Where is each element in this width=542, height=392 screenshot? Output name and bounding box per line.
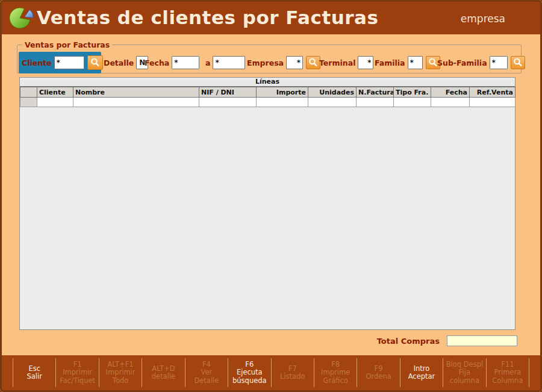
- lines-table: ClienteNombreNIF / DNIImporteUnidadesN.F…: [20, 87, 516, 107]
- sub-familia-search-button[interactable]: [511, 56, 525, 69]
- toolbar-button-f7[interactable]: F7Listado: [271, 358, 314, 387]
- toolbar-button-label: Ejecuta: [237, 369, 263, 377]
- toolbar-button-label: Imprimir: [106, 369, 136, 377]
- toolbar-button-label: F4: [202, 361, 211, 369]
- toolbar-button-alt-d[interactable]: ALT+Ddetalle: [142, 358, 184, 387]
- detalle-filter-group: Detalle: [104, 56, 148, 69]
- table-cell: [394, 98, 431, 107]
- total-compras-input[interactable]: [447, 335, 517, 346]
- sub-familia-input[interactable]: [490, 56, 508, 69]
- column-header-nif-dni: NIF / DNI: [199, 87, 257, 98]
- detalle-label: Detalle: [104, 58, 134, 67]
- toolbar-button-intro[interactable]: IntroAceptar: [400, 358, 443, 387]
- column-header-ref-venta: Ref.Venta: [470, 87, 516, 98]
- toolbar-button-f4[interactable]: F4VerDetalle: [185, 358, 228, 387]
- terminal-input[interactable]: [358, 56, 373, 69]
- cliente-input[interactable]: [54, 56, 84, 69]
- toolbar-button-label: Todo: [113, 377, 128, 385]
- column-header-n-factura: N.Factura: [357, 87, 394, 98]
- company-name: empresa: [461, 13, 505, 25]
- toolbar-button-label: Primera: [494, 369, 521, 377]
- toolbar-button-label: detalle: [152, 373, 175, 381]
- column-header-importe: Importe: [257, 87, 308, 98]
- search-icon: [428, 58, 438, 67]
- table-cell: [257, 98, 308, 107]
- sub-familia-label: Sub-Familia: [437, 58, 487, 67]
- toolbar-button-label: columna: [450, 377, 479, 385]
- fecha-desde-label: Fecha: [145, 58, 169, 67]
- column-header-nombre: Nombre: [73, 87, 199, 98]
- column-header-cliente: Cliente: [37, 87, 73, 98]
- lines-table-panel: Líneas ClienteNombreNIF / DNIImporteUnid…: [19, 77, 516, 330]
- toolbar-button-esc[interactable]: EscSalir: [13, 358, 55, 387]
- fecha-hasta-label: a: [205, 58, 210, 67]
- toolbar-button-label: Fija: [459, 369, 470, 377]
- search-icon: [308, 58, 318, 67]
- toolbar-button-f8[interactable]: F8ImprimeGráfico: [314, 358, 357, 387]
- column-header-fecha: Fecha: [431, 87, 470, 98]
- fecha-desde-input[interactable]: [172, 56, 199, 69]
- empresa-label: Empresa: [247, 58, 284, 67]
- toolbar-button-label: Aceptar: [408, 373, 435, 381]
- toolbar-button-label: Imprime: [321, 369, 350, 377]
- toolbar-button-label: F7: [288, 365, 297, 373]
- toolbar-button-label: Listado: [280, 373, 305, 381]
- toolbar-button-label: F1: [73, 361, 82, 369]
- toolbar-button-label: Imprimir: [63, 369, 92, 377]
- familia-input[interactable]: [408, 56, 423, 69]
- table-cell: [199, 98, 257, 107]
- row-selector-cell: [20, 98, 37, 107]
- toolbar-button-f11[interactable]: F11PrimeraColumna: [486, 358, 529, 387]
- toolbar-button-label: ALT+F1: [107, 361, 133, 369]
- toolbar-button-label: Esc: [28, 365, 40, 373]
- table-caption: Líneas: [20, 78, 515, 87]
- table-header-row: ClienteNombreNIF / DNIImporteUnidadesN.F…: [20, 87, 516, 98]
- pie-chart-logo-icon: [8, 5, 35, 31]
- toolbar-button-f6[interactable]: F6Ejecutabúsqueda: [228, 358, 270, 387]
- empresa-filter-group: Empresa: [247, 56, 320, 69]
- fecha-hasta-filter-group: a: [205, 56, 245, 69]
- terminal-label: Terminal: [319, 58, 355, 67]
- toolbar-button-f1[interactable]: F1ImprimirFac/Tiquet: [55, 358, 98, 387]
- fecha-desde-filter-group: Fecha: [145, 56, 199, 69]
- familia-filter-group: Familia: [375, 56, 440, 69]
- empresa-input[interactable]: [286, 56, 303, 69]
- fecha-hasta-input[interactable]: [213, 56, 245, 69]
- sub-familia-filter-group: Sub-Familia: [437, 56, 525, 69]
- toolbar-button-label: Fac/Tiquet: [60, 377, 95, 385]
- toolbar-button-label: Ver: [201, 369, 213, 377]
- toolbar-button-alt-f1[interactable]: ALT+F1ImprimirTodo: [99, 358, 142, 387]
- empresa-search-button[interactable]: [306, 56, 320, 69]
- toolbar-button-f9[interactable]: F9Ordena: [357, 358, 399, 387]
- toolbar-button-label: Gráfico: [323, 377, 348, 385]
- cliente-search-button[interactable]: [87, 55, 103, 70]
- toolbar-button-label: búsqueda: [232, 377, 267, 385]
- filters-legend: Ventas por Facturas: [22, 40, 112, 49]
- toolbar-button-label: Bloq Despl: [446, 361, 484, 369]
- cliente-filter-group: Cliente: [22, 56, 103, 69]
- table-cell: [357, 98, 394, 107]
- toolbar-button-bloq-despl[interactable]: Bloq DesplFijacolumna: [443, 358, 485, 387]
- toolbar-button-label: ALT+D: [152, 365, 175, 373]
- table-cell: [431, 98, 470, 107]
- column-header-unidades: Unidades: [308, 87, 357, 98]
- toolbar-button-label: Ordena: [366, 373, 391, 381]
- toolbar-button-label: F8: [331, 361, 340, 369]
- page-title: Ventas de clientes por Facturas: [37, 7, 378, 28]
- toolbar-button-label: F9: [375, 365, 383, 373]
- toolbar-button-label: Intro: [414, 365, 430, 373]
- familia-label: Familia: [375, 58, 405, 67]
- search-icon: [513, 58, 523, 67]
- column-header-tipo-fra-: Tipo Fra.: [394, 87, 431, 98]
- app-window: Ventas de clientes por Facturas empresa …: [0, 0, 542, 392]
- toolbar: EscSalirF1ImprimirFac/TiquetALT+F1Imprim…: [2, 355, 540, 390]
- toolbar-button-label: F6: [245, 361, 254, 369]
- table-cell: [470, 98, 516, 107]
- table-cell: [308, 98, 357, 107]
- toolbar-button-label: Detalle: [194, 377, 219, 385]
- table-cell: [37, 98, 73, 107]
- terminal-filter-group: Terminal: [319, 56, 373, 69]
- search-icon: [90, 58, 100, 67]
- table-cell: [73, 98, 199, 107]
- toolbar-button-label: Columna: [492, 377, 523, 385]
